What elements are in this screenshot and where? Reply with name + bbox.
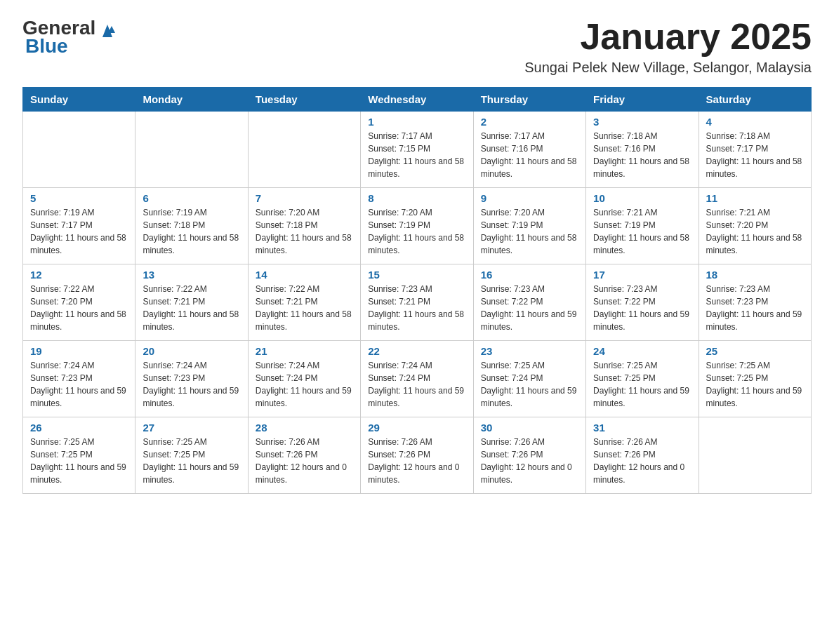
day-info: Sunrise: 7:19 AMSunset: 7:18 PMDaylight:…	[143, 206, 240, 257]
day-number: 27	[143, 422, 240, 434]
day-number: 30	[481, 422, 578, 434]
day-info: Sunrise: 7:18 AMSunset: 7:16 PMDaylight:…	[593, 130, 691, 180]
week-row-4: 19Sunrise: 7:24 AMSunset: 7:23 PMDayligh…	[23, 341, 812, 417]
day-info: Sunrise: 7:22 AMSunset: 7:20 PMDaylight:…	[30, 283, 128, 333]
day-info: Sunrise: 7:23 AMSunset: 7:22 PMDaylight:…	[593, 283, 691, 333]
day-number: 26	[30, 422, 128, 434]
day-number: 19	[30, 345, 128, 357]
calendar-cell: 1Sunrise: 7:17 AMSunset: 7:15 PMDaylight…	[361, 112, 473, 188]
calendar-cell	[248, 112, 360, 188]
week-row-3: 12Sunrise: 7:22 AMSunset: 7:20 PMDayligh…	[23, 264, 812, 341]
day-info: Sunrise: 7:23 AMSunset: 7:23 PMDaylight:…	[706, 283, 804, 333]
calendar-cell: 18Sunrise: 7:23 AMSunset: 7:23 PMDayligh…	[699, 264, 811, 341]
day-of-week-thursday: Thursday	[473, 88, 585, 112]
day-info: Sunrise: 7:26 AMSunset: 7:26 PMDaylight:…	[593, 436, 691, 486]
day-number: 13	[143, 269, 240, 281]
logo-icon	[97, 18, 118, 39]
day-number: 10	[593, 192, 691, 204]
day-number: 3	[593, 116, 691, 128]
day-number: 25	[706, 345, 804, 357]
day-info: Sunrise: 7:24 AMSunset: 7:23 PMDaylight:…	[30, 359, 128, 410]
calendar-cell: 17Sunrise: 7:23 AMSunset: 7:22 PMDayligh…	[586, 264, 699, 341]
calendar-header: SundayMondayTuesdayWednesdayThursdayFrid…	[23, 88, 812, 112]
day-info: Sunrise: 7:25 AMSunset: 7:25 PMDaylight:…	[706, 359, 804, 410]
day-number: 21	[256, 345, 353, 357]
day-info: Sunrise: 7:21 AMSunset: 7:19 PMDaylight:…	[593, 206, 691, 257]
calendar-cell	[135, 112, 248, 188]
day-info: Sunrise: 7:23 AMSunset: 7:22 PMDaylight:…	[481, 283, 578, 333]
calendar-cell: 22Sunrise: 7:24 AMSunset: 7:24 PMDayligh…	[361, 341, 473, 417]
day-number: 4	[706, 116, 804, 128]
calendar-cell: 29Sunrise: 7:26 AMSunset: 7:26 PMDayligh…	[361, 417, 473, 494]
calendar-cell: 25Sunrise: 7:25 AMSunset: 7:25 PMDayligh…	[699, 341, 811, 417]
day-number: 11	[706, 192, 804, 204]
week-row-2: 5Sunrise: 7:19 AMSunset: 7:17 PMDaylight…	[23, 188, 812, 264]
calendar-cell: 27Sunrise: 7:25 AMSunset: 7:25 PMDayligh…	[135, 417, 248, 494]
calendar-cell: 11Sunrise: 7:21 AMSunset: 7:20 PMDayligh…	[699, 188, 811, 264]
calendar-table: SundayMondayTuesdayWednesdayThursdayFrid…	[22, 87, 812, 494]
day-of-week-sunday: Sunday	[23, 88, 135, 112]
day-number: 29	[368, 422, 465, 434]
calendar-cell: 7Sunrise: 7:20 AMSunset: 7:18 PMDaylight…	[248, 188, 360, 264]
calendar-cell: 24Sunrise: 7:25 AMSunset: 7:25 PMDayligh…	[586, 341, 699, 417]
calendar-cell: 4Sunrise: 7:18 AMSunset: 7:17 PMDaylight…	[699, 112, 811, 188]
day-info: Sunrise: 7:26 AMSunset: 7:26 PMDaylight:…	[481, 436, 578, 486]
location-title: Sungai Pelek New Village, Selangor, Mala…	[524, 60, 812, 76]
calendar-cell: 21Sunrise: 7:24 AMSunset: 7:24 PMDayligh…	[248, 341, 360, 417]
calendar-body: 1Sunrise: 7:17 AMSunset: 7:15 PMDaylight…	[23, 112, 812, 494]
day-of-week-friday: Friday	[586, 88, 699, 112]
calendar-cell: 12Sunrise: 7:22 AMSunset: 7:20 PMDayligh…	[23, 264, 135, 341]
logo-blue: Blue	[25, 35, 68, 58]
calendar-cell: 3Sunrise: 7:18 AMSunset: 7:16 PMDaylight…	[586, 112, 699, 188]
day-info: Sunrise: 7:24 AMSunset: 7:23 PMDaylight:…	[143, 359, 240, 410]
day-number: 5	[30, 192, 128, 204]
calendar-cell: 9Sunrise: 7:20 AMSunset: 7:19 PMDaylight…	[473, 188, 585, 264]
day-number: 17	[593, 269, 691, 281]
title-area: January 2025 Sungai Pelek New Village, S…	[524, 17, 812, 76]
day-info: Sunrise: 7:21 AMSunset: 7:20 PMDaylight:…	[706, 206, 804, 257]
day-info: Sunrise: 7:25 AMSunset: 7:25 PMDaylight:…	[30, 436, 128, 486]
calendar-cell: 15Sunrise: 7:23 AMSunset: 7:21 PMDayligh…	[361, 264, 473, 341]
calendar-cell: 5Sunrise: 7:19 AMSunset: 7:17 PMDaylight…	[23, 188, 135, 264]
day-of-week-tuesday: Tuesday	[248, 88, 360, 112]
month-title: January 2025	[524, 17, 812, 57]
day-info: Sunrise: 7:23 AMSunset: 7:21 PMDaylight:…	[368, 283, 465, 333]
day-number: 28	[256, 422, 353, 434]
day-number: 16	[481, 269, 578, 281]
day-info: Sunrise: 7:22 AMSunset: 7:21 PMDaylight:…	[143, 283, 240, 333]
day-info: Sunrise: 7:20 AMSunset: 7:19 PMDaylight:…	[368, 206, 465, 257]
day-info: Sunrise: 7:17 AMSunset: 7:15 PMDaylight:…	[368, 130, 465, 180]
day-number: 18	[706, 269, 804, 281]
day-info: Sunrise: 7:25 AMSunset: 7:24 PMDaylight:…	[481, 359, 578, 410]
calendar-cell: 23Sunrise: 7:25 AMSunset: 7:24 PMDayligh…	[473, 341, 585, 417]
day-number: 8	[368, 192, 465, 204]
calendar-cell: 28Sunrise: 7:26 AMSunset: 7:26 PMDayligh…	[248, 417, 360, 494]
week-row-5: 26Sunrise: 7:25 AMSunset: 7:25 PMDayligh…	[23, 417, 812, 494]
day-info: Sunrise: 7:25 AMSunset: 7:25 PMDaylight:…	[593, 359, 691, 410]
calendar-cell: 16Sunrise: 7:23 AMSunset: 7:22 PMDayligh…	[473, 264, 585, 341]
calendar-cell: 13Sunrise: 7:22 AMSunset: 7:21 PMDayligh…	[135, 264, 248, 341]
day-number: 1	[368, 116, 465, 128]
day-info: Sunrise: 7:20 AMSunset: 7:19 PMDaylight:…	[481, 206, 578, 257]
day-info: Sunrise: 7:17 AMSunset: 7:16 PMDaylight:…	[481, 130, 578, 180]
day-number: 12	[30, 269, 128, 281]
calendar-cell: 2Sunrise: 7:17 AMSunset: 7:16 PMDaylight…	[473, 112, 585, 188]
day-number: 22	[368, 345, 465, 357]
day-number: 9	[481, 192, 578, 204]
day-info: Sunrise: 7:19 AMSunset: 7:17 PMDaylight:…	[30, 206, 128, 257]
day-info: Sunrise: 7:26 AMSunset: 7:26 PMDaylight:…	[368, 436, 465, 486]
day-info: Sunrise: 7:18 AMSunset: 7:17 PMDaylight:…	[706, 130, 804, 180]
calendar-cell	[699, 417, 811, 494]
calendar-cell: 19Sunrise: 7:24 AMSunset: 7:23 PMDayligh…	[23, 341, 135, 417]
day-of-week-saturday: Saturday	[699, 88, 811, 112]
calendar-cell: 30Sunrise: 7:26 AMSunset: 7:26 PMDayligh…	[473, 417, 585, 494]
day-info: Sunrise: 7:24 AMSunset: 7:24 PMDaylight:…	[256, 359, 353, 410]
header: General Blue January 2025 Sungai Pelek N…	[22, 17, 812, 76]
days-of-week-row: SundayMondayTuesdayWednesdayThursdayFrid…	[23, 88, 812, 112]
day-number: 15	[368, 269, 465, 281]
day-info: Sunrise: 7:20 AMSunset: 7:18 PMDaylight:…	[256, 206, 353, 257]
calendar-cell: 8Sunrise: 7:20 AMSunset: 7:19 PMDaylight…	[361, 188, 473, 264]
day-number: 20	[143, 345, 240, 357]
day-info: Sunrise: 7:22 AMSunset: 7:21 PMDaylight:…	[256, 283, 353, 333]
calendar-cell: 20Sunrise: 7:24 AMSunset: 7:23 PMDayligh…	[135, 341, 248, 417]
